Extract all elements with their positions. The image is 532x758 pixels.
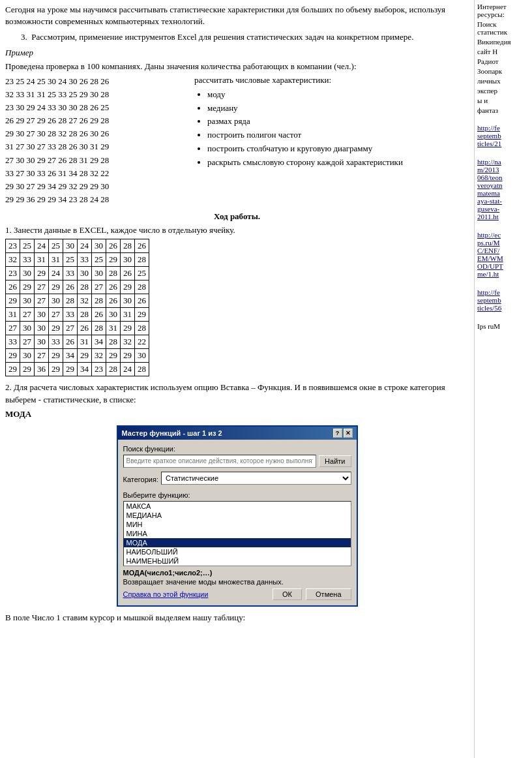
- sidebar-link-4[interactable]: http://feseptembticles/56: [477, 288, 529, 312]
- ok-button[interactable]: ОК: [273, 588, 302, 600]
- step2-span: 2. Для расчета числовых характеристик ис…: [5, 382, 445, 404]
- dialog-title: Мастер функций - шаг 1 из 2: [122, 429, 222, 437]
- task-item-6: раскрыть смысловую сторону каждой характ…: [207, 156, 469, 170]
- data-table: 23252425302430262826 3233313125332529302…: [5, 239, 149, 376]
- task-item-5: построить столбчатую и круговую диаграмм…: [207, 142, 469, 156]
- func-NAIBOLSHIY[interactable]: НАИБОЛЬШИЙ: [124, 547, 351, 556]
- task-item-3: размах ряда: [207, 115, 469, 129]
- main-content: Сегодня на уроке мы научимся рассчитыват…: [0, 0, 475, 758]
- num-row-8: 33 27 30 33 26 31 34 28 32 22: [5, 167, 188, 180]
- func-MINA[interactable]: МИНА: [124, 529, 351, 538]
- func-MAKCA[interactable]: МАКСА: [124, 502, 351, 511]
- sidebar-poisk: Поискстатистик: [477, 20, 529, 36]
- table-row: 23252425302430262826: [6, 239, 149, 253]
- data-numbers: 23 25 24 25 30 24 30 26 28 26 32 33 31 3…: [5, 75, 188, 206]
- num-row-2: 32 33 31 31 25 33 25 29 30 28: [5, 88, 188, 101]
- intro-text: Сегодня на уроке мы научимся рассчитыват…: [5, 5, 445, 26]
- task-header: рассчитать числовые характеристики:: [194, 75, 469, 85]
- num-row-9: 29 30 27 29 34 29 32 29 29 30: [5, 180, 188, 193]
- func-MEDIANA[interactable]: МЕДИАНА: [124, 511, 351, 520]
- two-col-section: 23 25 24 25 30 24 30 26 28 26 32 33 31 3…: [5, 75, 469, 206]
- sidebar-link-3[interactable]: http://ecps.ru/MC/ENF/EM/WMOD/UPTme/1.ht: [477, 231, 529, 278]
- table-row: 29293629293423282428: [6, 363, 149, 376]
- sidebar-zoo: Зоопарк: [477, 67, 529, 75]
- table-row: 29302730283228263026: [6, 294, 149, 308]
- table-row: 26292729262827262928: [6, 280, 149, 294]
- numbers-col: 23 25 24 25 30 24 30 26 28 26 32 33 31 3…: [5, 75, 188, 206]
- func-MODA[interactable]: МОДА: [124, 538, 351, 547]
- task-list: моду медиану размах ряда построить полиг…: [194, 88, 469, 170]
- sidebar-ips-rum: Ips ruM: [477, 322, 529, 330]
- table-row: 23302924333030282625: [6, 267, 149, 280]
- sidebar-wiki: Википедия: [477, 38, 529, 46]
- numbered-item-3: 3. Рассмотрим, применение инструментов E…: [21, 31, 469, 43]
- sidebar-internet: Интернет ресурсы:: [477, 3, 529, 18]
- sidebar-y: ы и: [477, 97, 529, 104]
- category-select[interactable]: Статистические: [161, 472, 351, 485]
- table-row: 29302729342932292930: [6, 349, 149, 363]
- sidebar-lichn: личных: [477, 77, 529, 85]
- footer-buttons: ОК Отмена: [273, 588, 351, 600]
- dialog-close-btn[interactable]: ✕: [344, 429, 353, 438]
- dialog-help-btn[interactable]: ?: [333, 429, 342, 438]
- sidebar-fantaz: фантаз: [477, 106, 529, 114]
- primer-section: Пример: [5, 48, 469, 58]
- primer-label: Пример: [5, 48, 33, 57]
- func-desc-label: МОДА(число1;число2;…): [123, 569, 351, 577]
- search-input[interactable]: [123, 455, 317, 468]
- task-item-2: медиану: [207, 102, 469, 115]
- table-row: 27303029272628312928: [6, 322, 149, 335]
- num-row-6: 31 27 30 27 33 28 26 30 31 29: [5, 140, 188, 153]
- category-label: Категория:: [123, 476, 158, 483]
- help-link[interactable]: Справка по этой функции: [123, 590, 209, 598]
- dialog-footer: Справка по этой функции ОК Отмена: [123, 588, 351, 600]
- search-row: Найти: [123, 455, 351, 468]
- task-item-4: построить полигон частот: [207, 129, 469, 142]
- step3-text: В поле Число 1 ставим курсор и мышкой вы…: [5, 612, 469, 624]
- sidebar-link-2[interactable]: http://nam/2013068/teonveroyatnmatemaaya…: [477, 158, 529, 220]
- cancel-button[interactable]: Отмена: [306, 588, 351, 600]
- page-wrapper: Сегодня на уроке мы научимся рассчитыват…: [0, 0, 532, 758]
- num-row-7: 27 30 30 29 27 26 28 31 29 28: [5, 154, 188, 167]
- sidebar-sayt: сайт Н: [477, 48, 529, 55]
- step2-moda: МОДА: [5, 408, 469, 420]
- sidebar: Интернет ресурсы: Поискстатистик Википед…: [475, 0, 532, 758]
- func-NAIMENSHIY[interactable]: НАИМЕНЬШИЙ: [124, 556, 351, 566]
- search-label: Поиск функции:: [123, 445, 351, 453]
- sidebar-radio: Радиот: [477, 57, 529, 65]
- sidebar-exper: экспер: [477, 87, 529, 95]
- num-row-1: 23 25 24 25 30 24 30 26 28 26: [5, 75, 188, 88]
- num-row-10: 29 29 36 29 29 34 23 28 24 28: [5, 193, 188, 206]
- task-item-1: моду: [207, 88, 469, 102]
- work-heading: Ход работы.: [5, 211, 469, 222]
- item3-text: Рассмотрим, применение инструментов Exce…: [31, 32, 413, 42]
- find-button[interactable]: Найти: [319, 455, 351, 467]
- tasks-col: рассчитать числовые характеристики: моду…: [194, 75, 469, 206]
- num-row-3: 23 30 29 24 33 30 30 28 26 25: [5, 101, 188, 114]
- functions-listbox[interactable]: МАКСА МЕДИАНА МИН МИНА МОДА НАИБОЛЬШИЙ Н…: [123, 501, 351, 566]
- table-row: 33273033263134283222: [6, 335, 149, 349]
- func-MIN[interactable]: МИН: [124, 520, 351, 529]
- dialog-titlebar: Мастер функций - шаг 1 из 2 ? ✕: [118, 427, 357, 440]
- dialog-body: Поиск функции: Найти Категория: Статисти…: [118, 440, 357, 605]
- dialog-wrapper: Мастер функций - шаг 1 из 2 ? ✕ Поиск фу…: [5, 425, 469, 607]
- step2-text: 2. Для расчета числовых характеристик ис…: [5, 382, 469, 405]
- primer-text: Проведена проверка в 100 компаниях. Даны…: [5, 61, 469, 72]
- dialog-title-buttons: ? ✕: [333, 429, 353, 438]
- dialog-box: Мастер функций - шаг 1 из 2 ? ✕ Поиск фу…: [117, 425, 358, 607]
- functions-label: Выберите функцию:: [123, 491, 351, 499]
- num-row-4: 26 29 27 29 26 28 27 26 29 28: [5, 114, 188, 127]
- func-desc-text: Возвращает значение моды множества данны…: [123, 578, 351, 586]
- step1-text: 1. Занести данные в EXCEL, каждое число …: [5, 224, 469, 236]
- intro-paragraph: Сегодня на уроке мы научимся рассчитыват…: [5, 4, 469, 27]
- category-row: Категория: Статистические: [123, 472, 351, 487]
- sidebar-link-1[interactable]: http://feseptembticles/21: [477, 124, 529, 147]
- num-row-5: 29 30 27 30 28 32 28 26 30 26: [5, 127, 188, 140]
- table-row: 31273027332826303129: [6, 308, 149, 322]
- table-row: 32333131253325293028: [6, 253, 149, 267]
